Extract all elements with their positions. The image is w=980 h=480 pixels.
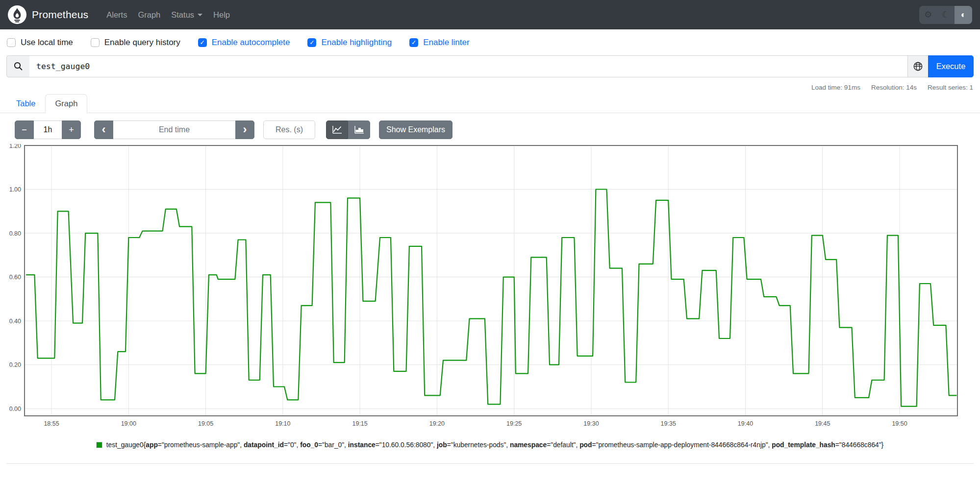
end-time-input[interactable] xyxy=(113,120,235,139)
checkbox-enable-linter[interactable]: ✓Enable linter xyxy=(409,38,470,48)
chevron-left-icon: ‹ xyxy=(102,122,106,138)
svg-text:19:50: 19:50 xyxy=(892,420,907,427)
svg-text:18:55: 18:55 xyxy=(44,420,59,427)
panel-bottom-divider xyxy=(6,463,974,464)
checkbox-label: Enable linter xyxy=(423,38,470,48)
search-icon xyxy=(6,55,29,77)
checkbox-label: Enable autocomplete xyxy=(212,38,290,48)
svg-text:0.20: 0.20 xyxy=(9,361,21,368)
legend-series[interactable]: test_gauge0{app="prometheus-sample-app",… xyxy=(0,441,980,449)
svg-text:0.60: 0.60 xyxy=(9,274,21,281)
graph-chart[interactable]: 0.000.200.400.600.801.001.2018:5519:0019… xyxy=(6,144,980,432)
stat-item: Result series: 1 xyxy=(928,84,973,91)
checkbox-label: Use local time xyxy=(21,38,73,48)
chart-svg[interactable]: 0.000.200.400.600.801.001.2018:5519:0019… xyxy=(6,144,962,431)
range-decrease-button[interactable]: − xyxy=(15,120,34,139)
checked-checkbox-icon[interactable]: ✓ xyxy=(307,38,316,47)
svg-text:19:30: 19:30 xyxy=(583,420,599,427)
query-stats: Load time: 91msResolution: 14sResult ser… xyxy=(0,77,980,92)
tab-table[interactable]: Table xyxy=(6,94,45,113)
show-exemplars-button[interactable]: Show Exemplars xyxy=(379,120,452,139)
checkbox-enable-autocomplete[interactable]: ✓Enable autocomplete xyxy=(198,38,290,48)
tab-graph[interactable]: Graph xyxy=(45,94,87,113)
nav-link-help[interactable]: Help xyxy=(208,6,235,24)
brand-link[interactable]: Prometheus xyxy=(8,5,88,24)
time-forward-button[interactable]: › xyxy=(235,120,254,139)
checked-checkbox-icon[interactable]: ✓ xyxy=(409,38,418,47)
time-back-button[interactable]: ‹ xyxy=(94,120,113,139)
execute-button[interactable]: Execute xyxy=(928,55,974,77)
theme-button-gear-icon[interactable]: ⚙ xyxy=(919,6,937,24)
svg-text:19:20: 19:20 xyxy=(429,420,445,427)
resolution-input[interactable] xyxy=(263,120,315,139)
checkbox-enable-query-history[interactable]: Enable query history xyxy=(91,38,180,48)
settings-row: Use local timeEnable query history✓Enabl… xyxy=(0,29,980,52)
checkbox-label: Enable highlighting xyxy=(321,38,392,48)
svg-text:19:25: 19:25 xyxy=(506,420,522,427)
checkbox-label: Enable query history xyxy=(104,38,180,48)
metrics-explorer-button[interactable] xyxy=(907,55,928,77)
series-color-swatch xyxy=(97,442,102,448)
brand-title: Prometheus xyxy=(32,9,88,21)
svg-text:19:15: 19:15 xyxy=(352,420,367,427)
series-label-text: test_gauge0{app="prometheus-sample-app",… xyxy=(106,441,883,449)
panel-tabs: Table Graph xyxy=(0,94,980,113)
svg-text:19:10: 19:10 xyxy=(275,420,290,427)
range-input[interactable] xyxy=(34,120,62,139)
nav-links: AlertsGraphStatusHelp xyxy=(101,6,235,24)
theme-button-moon-icon[interactable]: ☾ xyxy=(937,6,955,24)
stacked-chart-icon xyxy=(354,125,364,134)
query-input-group: Execute xyxy=(6,55,974,77)
svg-text:19:00: 19:00 xyxy=(121,420,136,427)
svg-text:19:45: 19:45 xyxy=(815,420,830,427)
stat-item: Load time: 91ms xyxy=(811,84,860,91)
navbar: Prometheus AlertsGraphStatusHelp ⚙☾◐ xyxy=(0,0,980,29)
graph-toolbar: − + ‹ › Show Exemplars xyxy=(0,113,980,143)
svg-text:0.00: 0.00 xyxy=(9,406,21,412)
stat-item: Resolution: 14s xyxy=(871,84,917,91)
range-increase-button[interactable]: + xyxy=(62,120,81,139)
theme-button-half-circle-icon[interactable]: ◐ xyxy=(955,6,972,24)
svg-text:1.20: 1.20 xyxy=(9,144,21,149)
chart-type-group xyxy=(326,120,370,139)
svg-text:0.80: 0.80 xyxy=(9,230,21,237)
nav-link-alerts[interactable]: Alerts xyxy=(101,6,132,24)
stacked-chart-toggle-button[interactable] xyxy=(348,120,370,139)
range-input-group: − + xyxy=(15,120,81,139)
checkbox-enable-highlighting[interactable]: ✓Enable highlighting xyxy=(307,38,392,48)
nav-link-graph[interactable]: Graph xyxy=(132,6,166,24)
svg-text:0.40: 0.40 xyxy=(9,318,21,325)
checked-checkbox-icon[interactable]: ✓ xyxy=(198,38,207,47)
chevron-right-icon: › xyxy=(243,122,247,138)
expression-input[interactable] xyxy=(29,55,907,77)
svg-text:19:35: 19:35 xyxy=(661,420,676,427)
nav-link-status[interactable]: Status xyxy=(166,6,208,24)
unchecked-checkbox-icon[interactable] xyxy=(91,38,100,47)
line-chart-icon xyxy=(332,125,342,134)
theme-toggle-group: ⚙☾◐ xyxy=(919,6,972,24)
unchecked-checkbox-icon[interactable] xyxy=(7,38,16,47)
endtime-input-group: ‹ › xyxy=(94,120,254,139)
prometheus-logo-icon xyxy=(8,5,26,24)
svg-text:19:05: 19:05 xyxy=(198,420,213,427)
svg-text:1.00: 1.00 xyxy=(9,186,21,193)
line-chart-toggle-button[interactable] xyxy=(326,120,348,139)
checkbox-use-local-time[interactable]: Use local time xyxy=(7,38,73,48)
chevron-down-icon xyxy=(198,14,202,16)
svg-text:19:40: 19:40 xyxy=(738,420,753,427)
